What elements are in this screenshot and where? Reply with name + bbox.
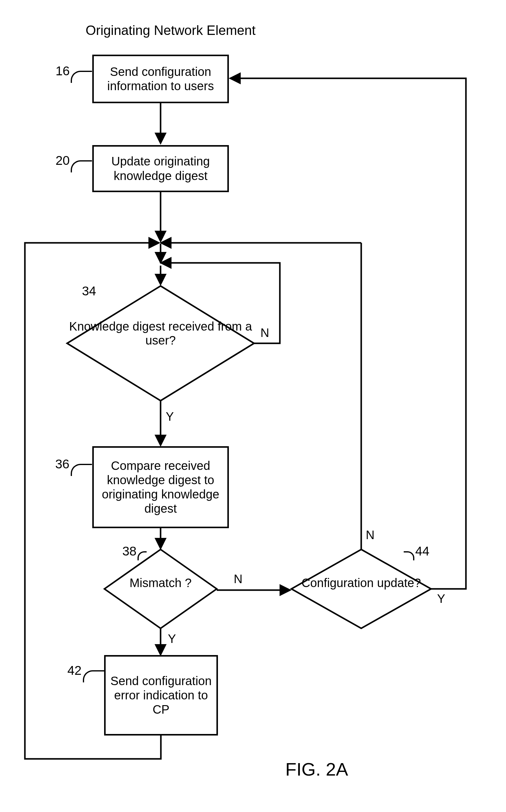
ref-leader-20 [71, 160, 92, 172]
figure-caption: FIG. 2A [285, 759, 348, 780]
label-d44-yes: Y [437, 592, 445, 606]
process-box-update-digest: Update originating knowledge digest [92, 145, 229, 192]
arrow-16-to-20 [160, 103, 163, 147]
ref-leader-16 [71, 71, 92, 83]
ref-16: 16 [56, 64, 70, 78]
ref-44: 44 [415, 544, 429, 558]
process-box-send-config: Send configuration information to users [92, 55, 229, 103]
diagram-title: Originating Network Element [86, 23, 256, 38]
arrow-42-loop-back [25, 243, 171, 766]
arrow-d44-yes-to-16 [431, 78, 474, 596]
ref-20: 20 [56, 153, 70, 168]
arrow-20-to-merge [160, 192, 163, 245]
decision-config-update: Configuration update? [291, 549, 431, 628]
box-text: Send configuration information to users [98, 65, 223, 93]
flowchart-canvas: Originating Network Element FIG. 2A Send… [0, 0, 506, 812]
arrow-d38-no-to-d44 [217, 588, 292, 594]
box-text: Update originating knowledge digest [98, 154, 223, 183]
label-d44-no: N [366, 528, 374, 542]
label-d38-no: N [234, 572, 243, 586]
decision-text: Configuration update? [291, 576, 431, 590]
